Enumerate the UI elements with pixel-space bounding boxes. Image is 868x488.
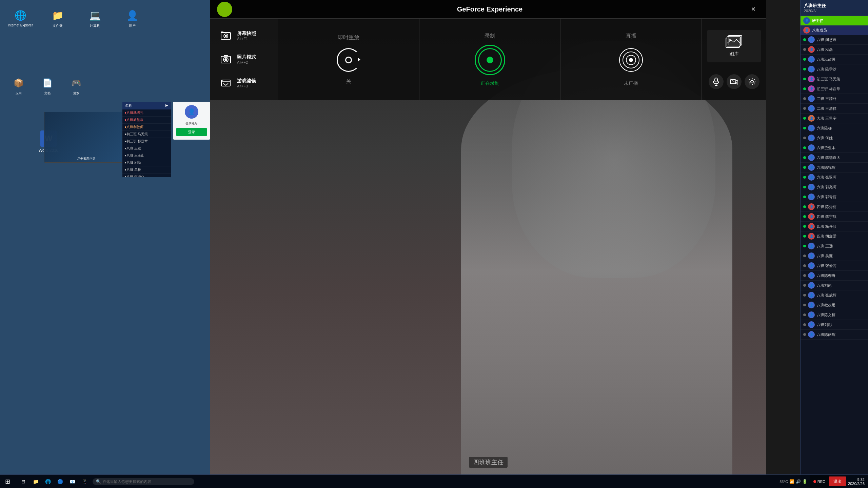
- qq-item-avatar: 👤: [808, 66, 815, 73]
- qq-item-avatar: 👤: [808, 174, 815, 181]
- qq-online-dot: [803, 127, 806, 129]
- desktop-icon-3[interactable]: 🎮 游戏: [63, 75, 90, 97]
- qq-list-item[interactable]: 👤八班刘彤: [801, 320, 868, 330]
- gallery-button[interactable]: 图库: [707, 30, 761, 62]
- qq-item-name: 八班 闵悠通: [817, 37, 836, 42]
- tb-icon-app1[interactable]: 📧: [66, 476, 78, 487]
- qq-list-item[interactable]: 👤八班 吴涯: [801, 251, 868, 261]
- qq-item-avatar: 👤: [808, 125, 815, 131]
- qq-list-item[interactable]: 👤八班陈柳唐: [801, 271, 868, 281]
- qq-list-item[interactable]: 👤八班陈文楠: [801, 310, 868, 320]
- qq-online-dot: [803, 333, 806, 336]
- tb-icon-file[interactable]: 📁: [30, 476, 41, 487]
- taskbar-volume-icon[interactable]: 🔊: [796, 479, 801, 484]
- qq-list-item[interactable]: 👤四班 杨任欣: [801, 222, 868, 231]
- photo-mode-item[interactable]: 照片模式 Alt+F2: [217, 50, 271, 68]
- desktop-icon-ie[interactable]: 🌐 Internet Explorer: [3, 7, 37, 30]
- qq-item-name: 六班 李端道 8: [817, 155, 840, 160]
- date-display: 2020/2/26: [848, 482, 865, 486]
- start-button[interactable]: ⊞: [0, 475, 15, 488]
- camera-button[interactable]: [727, 74, 742, 89]
- tb-icon-app2[interactable]: 📱: [79, 476, 90, 487]
- qq-list-item[interactable]: 👤八班 王远: [801, 241, 868, 251]
- game-filter-label: 游戏滤镜: [237, 78, 256, 84]
- qq-item-name: 六班陈梯: [817, 126, 832, 131]
- qq-list-item[interactable]: 👤八班 秋磊: [801, 45, 868, 55]
- gallery-label: 图库: [729, 51, 739, 57]
- taskbar-time: 9:32 2020/2/26: [848, 477, 868, 486]
- broadcast-section[interactable]: 直播 未广播: [560, 19, 702, 100]
- qq-list-item[interactable]: 👤六班贾亚本: [801, 143, 868, 153]
- qq-list-item[interactable]: 👤八班刘彤: [801, 281, 868, 290]
- qq-active-item[interactable]: 👤 班主任: [801, 16, 868, 25]
- login-area[interactable]: 👤 登录账号 登录: [173, 102, 210, 140]
- broadcast-status: 未广播: [624, 80, 638, 86]
- qq-list-item[interactable]: 👤八班 闵悠通: [801, 35, 868, 45]
- qq-item-avatar: 👤: [808, 85, 815, 92]
- qq-online-dot: [803, 284, 806, 287]
- taskbar-network-icon: 📶: [789, 479, 794, 484]
- game-filter-item[interactable]: 游戏滤镜 Alt+F3: [217, 74, 271, 92]
- qq-list-item[interactable]: 👤四班 陈秀丽: [801, 202, 868, 212]
- qq-online-dot: [803, 166, 806, 169]
- qq-list-item[interactable]: 👤六班 何姓: [801, 133, 868, 143]
- qq-highlighted-avatar: 👤: [803, 27, 810, 34]
- qq-item-avatar: 👤: [808, 331, 815, 338]
- chat-popup[interactable]: 名称▶ ●八班就绑扎 ●八班教堂教 ●八班利教师 ●初三斑 马无策 ●初三班 标…: [122, 102, 171, 178]
- qq-list-item[interactable]: 👤六班 张亚珂: [801, 172, 868, 182]
- desktop-icon-folder[interactable]: 📁 文件夹: [41, 7, 75, 30]
- qq-list-item[interactable]: 👤初三斑 马无策: [801, 74, 868, 84]
- qq-list-item[interactable]: 👤八班 张爱高: [801, 261, 868, 271]
- qq-item-name: 八班陈文楠: [817, 312, 835, 318]
- qq-list-item[interactable]: 👤四班 胡鑫爱: [801, 231, 868, 241]
- qq-list-item[interactable]: 👤四班 李宇航: [801, 212, 868, 222]
- tb-icon-ie[interactable]: 🌐: [42, 476, 54, 487]
- gallery-icon: [726, 35, 743, 48]
- qq-list-item[interactable]: 👤八班 陈学沙: [801, 64, 868, 74]
- qq-list-item[interactable]: 👤二班 王淸朴: [801, 94, 868, 104]
- qq-list-item[interactable]: 👤六班 郭青丽: [801, 192, 868, 202]
- nvidia-logo: [217, 2, 232, 17]
- tb-icon-task[interactable]: ⊟: [18, 476, 29, 487]
- qq-item-avatar: 👤: [808, 252, 815, 259]
- svg-point-3: [225, 35, 227, 37]
- instant-replay-icon: [335, 46, 362, 74]
- record-icon: [475, 45, 505, 75]
- qq-item-name: 大班 王里宇: [817, 116, 836, 121]
- svg-rect-1: [221, 32, 223, 33]
- qq-list-item[interactable]: 👤八班陈丽辉: [801, 330, 868, 340]
- qq-item-avatar: 👤: [808, 56, 815, 63]
- qq-list-item[interactable]: 👤六班 李端道 8: [801, 153, 868, 163]
- qq-list-item[interactable]: 👤六班陈梯: [801, 123, 868, 133]
- desktop-icon-user[interactable]: 👤 用户: [115, 7, 149, 30]
- qq-highlighted-item[interactable]: 👤 八班成员: [801, 25, 868, 35]
- qq-list-item[interactable]: 👤六班 郭亮珂: [801, 182, 868, 192]
- qq-list-item[interactable]: 👤大班 王里宇: [801, 114, 868, 123]
- search-input[interactable]: [103, 480, 191, 484]
- instant-replay-section[interactable]: 即时重放 关: [278, 19, 419, 100]
- qq-list-item[interactable]: 👤八班班政斑: [801, 55, 868, 64]
- close-button[interactable]: ×: [747, 3, 760, 15]
- qq-list-item[interactable]: 👤八班 张成辉: [801, 290, 868, 300]
- exit-button[interactable]: 退出: [829, 476, 846, 486]
- desktop-icon-1[interactable]: 📦 应用: [5, 75, 32, 97]
- taskbar-search[interactable]: 🔍: [93, 478, 194, 485]
- qq-item-name: 二班 王淸朴: [817, 96, 836, 101]
- record-section[interactable]: 录制 正在录制: [419, 19, 561, 100]
- qq-online-dot: [803, 156, 806, 159]
- qq-list-item[interactable]: 👤二班 王清祥: [801, 104, 868, 114]
- settings-button[interactable]: [745, 74, 760, 89]
- qq-item-avatar: 👤: [808, 243, 815, 249]
- desktop-icon-2[interactable]: 📄 文档: [34, 75, 61, 97]
- qq-list-item[interactable]: 👤八班欲改用: [801, 300, 868, 310]
- qq-list-item[interactable]: 👤六班陈锦辉: [801, 163, 868, 172]
- desktop-icon-computer[interactable]: 💻 计算机: [78, 7, 112, 30]
- login-button[interactable]: 登录: [176, 128, 207, 136]
- tb-icon-chrome[interactable]: 🔵: [54, 476, 66, 487]
- qq-list-item[interactable]: 👤初三班 标磊章: [801, 84, 868, 94]
- svg-rect-5: [224, 55, 228, 57]
- photo-mode-shortcut: Alt+F2: [237, 60, 256, 64]
- screenshot-item[interactable]: 屏幕快照 Alt+F1: [217, 27, 271, 44]
- mic-button[interactable]: [709, 74, 724, 89]
- photo-mode-label: 照片模式: [237, 54, 256, 60]
